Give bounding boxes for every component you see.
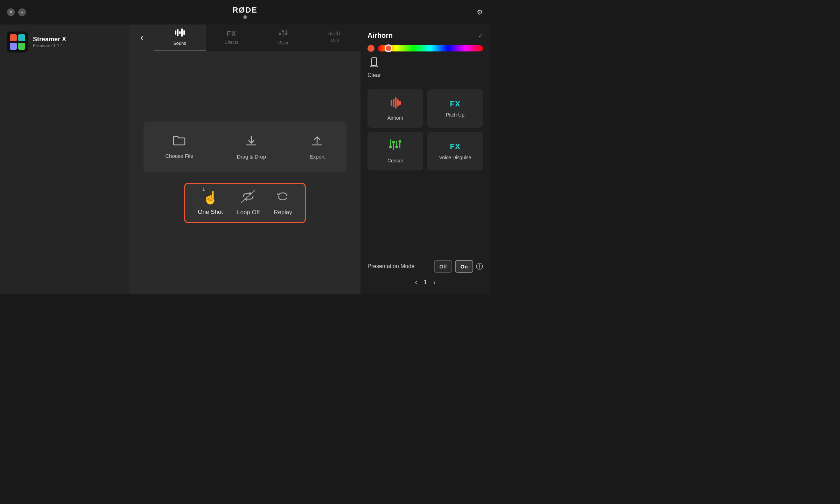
rode-dot bbox=[243, 15, 247, 19]
loop-off-icon bbox=[241, 190, 255, 205]
color-dot bbox=[368, 45, 374, 52]
choose-file-label: Choose File bbox=[165, 153, 193, 159]
tab-mixer[interactable]: Mixer bbox=[257, 24, 309, 51]
title-bar: × − RØDE ⚙ bbox=[0, 0, 490, 24]
svg-rect-23 bbox=[390, 139, 391, 146]
svg-rect-25 bbox=[393, 143, 394, 150]
right-panel-header: Airhorn ⤢ bbox=[368, 31, 483, 40]
info-button[interactable]: ⓘ bbox=[476, 262, 483, 271]
device-info: Streamer X Firmware 1.1.1 bbox=[33, 36, 66, 48]
one-shot-label: One Shot bbox=[198, 209, 223, 216]
svg-point-6 bbox=[279, 33, 281, 35]
back-button[interactable]: ‹ bbox=[130, 24, 154, 51]
choose-file-action[interactable]: Choose File bbox=[165, 135, 193, 159]
main-content: Choose File Drag & Drop Export bbox=[130, 51, 360, 294]
export-action[interactable]: Export bbox=[309, 134, 324, 160]
upload-icon bbox=[311, 134, 323, 149]
tab-sound[interactable]: Sound bbox=[154, 24, 206, 51]
svg-rect-7 bbox=[283, 31, 284, 36]
close-button[interactable]: × bbox=[7, 8, 15, 16]
svg-rect-16 bbox=[372, 58, 377, 65]
clear-icon bbox=[369, 57, 379, 70]
loop-off-label: Loop Off bbox=[237, 209, 260, 216]
external-link-icon[interactable]: ⤢ bbox=[478, 32, 483, 39]
svg-rect-21 bbox=[397, 99, 399, 106]
file-area: Choose File Drag & Drop Export bbox=[144, 121, 346, 172]
svg-point-28 bbox=[395, 146, 398, 148]
playback-replay[interactable]: Replay bbox=[274, 190, 292, 216]
device-name: Streamer X bbox=[33, 36, 66, 43]
svg-rect-0 bbox=[175, 30, 176, 35]
svg-rect-2 bbox=[179, 31, 181, 34]
tabs-area: ‹ Sound FX Effects bbox=[130, 24, 360, 51]
svg-point-30 bbox=[398, 140, 401, 143]
replay-icon bbox=[276, 190, 289, 205]
page-number: 1 bbox=[424, 279, 427, 286]
rode-logo-text: RØDE bbox=[232, 6, 258, 15]
prev-page-button[interactable]: ‹ bbox=[415, 278, 417, 287]
device-icon bbox=[7, 31, 28, 52]
playback-controls: 1 ☝ One Shot Loop Off bbox=[184, 183, 306, 223]
device-firmware: Firmware 1.1.1 bbox=[33, 43, 66, 48]
airhorn-name: Airhorn bbox=[387, 115, 403, 121]
playback-loop-off[interactable]: Loop Off bbox=[237, 190, 260, 216]
presentation-on-button[interactable]: On bbox=[455, 260, 473, 273]
next-page-button[interactable]: › bbox=[433, 278, 435, 287]
svg-rect-5 bbox=[280, 29, 280, 34]
pitch-up-icon: FX bbox=[450, 99, 460, 108]
airhorn-icon bbox=[389, 97, 402, 112]
svg-rect-19 bbox=[393, 99, 394, 107]
effect-pitch-up[interactable]: FX Pitch Up bbox=[427, 89, 483, 128]
playback-one-shot[interactable]: 1 ☝ One Shot bbox=[198, 190, 223, 216]
censor-name: Censor bbox=[387, 158, 403, 163]
svg-rect-18 bbox=[391, 100, 392, 106]
svg-marker-17 bbox=[370, 65, 378, 67]
effect-voice-disguise[interactable]: FX Voice Disguise bbox=[427, 132, 483, 170]
tab-mixer-label: Mixer bbox=[278, 40, 289, 46]
midi-tab-icon: midi bbox=[328, 31, 341, 36]
divider-2 bbox=[368, 176, 483, 176]
effect-grid: Airhorn FX Pitch Up Censor bbox=[368, 89, 483, 170]
svg-rect-27 bbox=[396, 141, 397, 146]
tab-midi-label: Midi bbox=[330, 38, 339, 43]
minimize-button[interactable]: − bbox=[18, 8, 26, 16]
device-icon-cell-green bbox=[18, 43, 25, 50]
divider-1 bbox=[368, 84, 483, 84]
tab-midi[interactable]: midi Midi bbox=[309, 24, 361, 51]
voice-disguise-icon: FX bbox=[450, 142, 460, 151]
svg-point-26 bbox=[392, 141, 395, 144]
effect-airhorn[interactable]: Airhorn bbox=[368, 89, 423, 128]
tab-effects[interactable]: FX Effects bbox=[206, 24, 258, 51]
tab-sound-label: Sound bbox=[173, 41, 187, 46]
svg-rect-20 bbox=[395, 97, 397, 108]
window-controls: × − bbox=[7, 8, 26, 16]
export-label: Export bbox=[309, 154, 324, 160]
color-slider[interactable] bbox=[378, 45, 483, 51]
voice-disguise-name: Voice Disguise bbox=[439, 155, 471, 160]
drag-drop-label: Drag & Drop bbox=[237, 154, 266, 160]
presentation-off-button[interactable]: Off bbox=[434, 260, 452, 273]
svg-point-24 bbox=[389, 146, 392, 148]
effect-censor[interactable]: Censor bbox=[368, 132, 423, 170]
left-sidebar: Streamer X Firmware 1.1.1 bbox=[0, 24, 130, 294]
color-slider-thumb bbox=[385, 44, 392, 52]
presentation-mode: Presentation Mode Off On ⓘ bbox=[368, 260, 483, 273]
device-icon-cell-red bbox=[10, 34, 17, 41]
drag-drop-action[interactable]: Drag & Drop bbox=[237, 134, 266, 160]
svg-rect-22 bbox=[399, 101, 401, 105]
device-icon-cell-purple bbox=[10, 43, 17, 50]
clear-button[interactable]: Clear bbox=[368, 57, 381, 78]
replay-label: Replay bbox=[274, 209, 292, 216]
svg-point-8 bbox=[282, 30, 284, 32]
svg-rect-4 bbox=[183, 30, 185, 35]
pagination: ‹ 1 › bbox=[368, 278, 483, 287]
settings-button[interactable]: ⚙ bbox=[477, 8, 483, 16]
tab-effects-label: Effects bbox=[224, 40, 238, 45]
censor-icon bbox=[389, 139, 402, 154]
device-icon-cell-teal bbox=[18, 34, 25, 41]
svg-point-10 bbox=[285, 33, 287, 35]
app-logo: RØDE bbox=[232, 6, 258, 19]
pitch-up-name: Pitch Up bbox=[446, 112, 464, 118]
device-card: Streamer X Firmware 1.1.1 bbox=[7, 31, 66, 52]
clear-label: Clear bbox=[368, 72, 381, 78]
